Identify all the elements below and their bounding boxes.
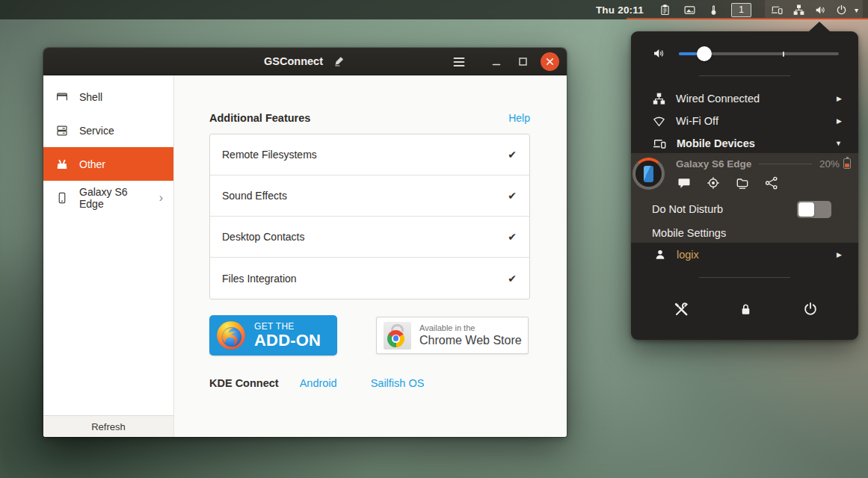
volume-icon [651, 46, 666, 60]
do-not-disturb-toggle[interactable] [797, 201, 831, 218]
message-icon[interactable] [677, 176, 692, 190]
menu-item-mobile-devices[interactable]: Mobile Devices ▼ [631, 132, 858, 155]
refresh-button[interactable]: Refresh [43, 415, 173, 437]
locate-icon[interactable] [706, 176, 721, 190]
feature-row-files-integration[interactable]: Files Integration ✔ [210, 258, 529, 299]
shell-icon [55, 90, 69, 104]
mobile-settings-item[interactable]: Mobile Settings [631, 223, 858, 243]
close-icon[interactable] [541, 52, 559, 71]
gsconnect-window: GSConnect [43, 48, 567, 437]
features-list: Remote Filesystems ✔ Sound Effects ✔ Des… [209, 134, 530, 299]
feature-row-remote-filesystems[interactable]: Remote Filesystems ✔ [210, 134, 529, 176]
feature-label: Sound Effects [222, 190, 287, 202]
service-icon [55, 124, 69, 137]
sidebar-item-other[interactable]: Other [43, 147, 173, 181]
feature-row-desktop-contacts[interactable]: Desktop Contacts ✔ [210, 217, 529, 258]
mobile-devices-icon [769, 0, 784, 19]
feature-label: Desktop Contacts [222, 231, 305, 243]
chrome-web-store-bag-icon [384, 322, 411, 350]
do-not-disturb-row: Do Not Disturb [631, 198, 858, 220]
minimize-icon[interactable] [487, 52, 505, 71]
check-icon: ✔ [508, 149, 517, 161]
sidebar-item-service[interactable]: Service [43, 114, 173, 147]
mobile-devices-submenu: Galaxy S6 Edge 20% [631, 153, 858, 243]
menu-item-wifi[interactable]: Wi-Fi Off ▶ [631, 110, 858, 132]
chevron-right-icon: › [159, 192, 163, 204]
menu-divider [699, 277, 790, 278]
top-panel: Thu 20:11 1 [0, 0, 868, 19]
battery-percent: 20% [819, 158, 840, 170]
feature-label: Files Integration [222, 273, 297, 285]
browse-files-icon[interactable] [735, 176, 751, 190]
menu-divider [699, 75, 790, 76]
submenu-arrow-icon: ▶ [837, 251, 842, 258]
chevron-down-icon: ▾ [855, 6, 858, 14]
battery-icon [843, 158, 851, 169]
utilities-icon [55, 158, 69, 171]
android-link[interactable]: Android [300, 377, 337, 389]
menu-item-user[interactable]: logix ▶ [631, 243, 858, 266]
expand-arrow-icon: ▼ [835, 140, 842, 147]
system-menu: Wired Connected ▶ Wi-Fi Off ▶ Mobile Dev… [631, 31, 858, 340]
section-title: Additional Features [209, 112, 310, 124]
power-icon[interactable] [801, 300, 819, 318]
system-status-area[interactable]: ▾ [765, 0, 863, 19]
screenshot-icon[interactable] [683, 0, 697, 19]
username: logix [677, 249, 699, 261]
settings-icon[interactable] [672, 300, 690, 318]
kde-connect-link[interactable]: KDE Connect [209, 377, 279, 389]
sidebar-item-label: Other [79, 158, 105, 170]
mobile-devices-icon [652, 137, 667, 151]
window-titlebar[interactable]: GSConnect [43, 48, 567, 75]
device-phone-icon [644, 166, 653, 182]
device-battery-ring [632, 158, 665, 190]
chrome-logo-icon [387, 330, 404, 347]
network-wired-icon [652, 92, 666, 106]
workspace-indicator[interactable]: 1 [731, 3, 751, 17]
sidebar-item-galaxy-s6-edge[interactable]: Galaxy S6 Edge › [43, 181, 173, 214]
volume-tick [783, 52, 784, 57]
firefox-logo-icon [215, 320, 247, 351]
feature-label: Remote Filesystems [222, 149, 317, 161]
chrome-button-line2: Chrome Web Store [419, 333, 522, 347]
menu-icon[interactable] [449, 52, 468, 71]
sailfish-os-link[interactable]: Sailfish OS [371, 377, 425, 389]
maximize-icon[interactable] [514, 52, 532, 71]
window-title: GSConnect [264, 55, 323, 67]
volume-icon [813, 0, 827, 19]
sidebar-item-label: Shell [79, 91, 102, 103]
chrome-web-store-button[interactable]: Available in the Chrome Web Store [376, 317, 529, 354]
phone-icon [55, 191, 69, 205]
volume-row [631, 40, 858, 67]
firefox-button-line1: GET THE [254, 322, 321, 332]
do-not-disturb-label: Do Not Disturb [652, 203, 723, 215]
clock[interactable]: Thu 20:11 [596, 4, 644, 16]
sidebar-item-shell[interactable]: Shell [43, 80, 173, 114]
sidebar: Shell Service [43, 75, 174, 437]
check-icon: ✔ [508, 190, 517, 202]
firefox-addon-button[interactable]: GET THE ADD-ON [209, 315, 337, 356]
power-icon [835, 0, 848, 19]
clipboard-icon[interactable] [659, 0, 671, 19]
network-wired-icon [792, 0, 805, 19]
thermometer-icon[interactable] [708, 0, 719, 19]
check-icon: ✔ [508, 231, 517, 243]
device-divider [759, 164, 812, 164]
volume-slider[interactable] [679, 50, 839, 58]
firefox-button-line2: ADD-ON [254, 332, 321, 349]
person-icon [653, 248, 667, 261]
panel-accent-line [627, 18, 868, 20]
sidebar-item-label: Service [79, 125, 114, 137]
menu-item-wired[interactable]: Wired Connected ▶ [631, 87, 858, 110]
help-link[interactable]: Help [508, 112, 530, 124]
share-icon[interactable] [764, 176, 780, 190]
lock-icon[interactable] [736, 300, 754, 318]
device-name: Galaxy S6 Edge [676, 158, 751, 170]
submenu-arrow-icon: ▶ [837, 117, 842, 125]
volume-slider-knob[interactable] [697, 46, 712, 61]
sidebar-item-label: Galaxy S6 Edge [79, 186, 149, 210]
wifi-off-icon [652, 114, 666, 128]
menu-notch [809, 22, 830, 31]
edit-name-icon[interactable] [333, 52, 346, 71]
feature-row-sound-effects[interactable]: Sound Effects ✔ [210, 176, 529, 217]
